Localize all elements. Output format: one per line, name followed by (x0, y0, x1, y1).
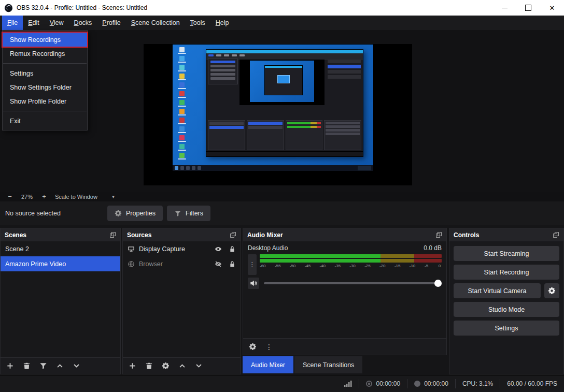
desktop-icon (176, 65, 188, 71)
move-scene-up-icon[interactable] (56, 362, 64, 370)
controls-dock-title: Controls (454, 231, 479, 239)
filters-button[interactable]: Filters (167, 206, 210, 221)
popout-icon[interactable] (435, 231, 442, 238)
remove-scene-icon[interactable] (23, 362, 31, 370)
remove-source-icon[interactable] (145, 362, 153, 370)
minimize-button[interactable] (492, 0, 516, 16)
desktop-icon (176, 144, 188, 151)
captured-window-titlebar (206, 50, 363, 53)
captured-taskbar (173, 165, 373, 171)
move-source-up-icon[interactable] (178, 362, 186, 370)
file-menu-show-settings-folder[interactable]: Show Settings Folder (3, 80, 87, 94)
menu-scene-collection[interactable]: Scene Collection (126, 16, 185, 30)
mixer-settings-gear-icon[interactable] (249, 343, 257, 351)
menu-file[interactable]: File (2, 16, 23, 30)
visibility-eye-off-icon[interactable] (215, 260, 222, 268)
menu-help[interactable]: Help (210, 16, 234, 30)
scenes-dock-header[interactable]: Scenes (1, 228, 120, 241)
properties-button[interactable]: Properties (107, 206, 163, 221)
captured-mixer-panel (286, 120, 323, 150)
studio-mode-button[interactable]: Studio Mode (454, 302, 559, 317)
visibility-eye-icon[interactable] (215, 245, 222, 253)
gear-icon (115, 210, 122, 217)
controls-dock-header[interactable]: Controls (449, 228, 563, 241)
scale-mode-caret-icon[interactable]: ▾ (112, 194, 115, 199)
captured-scenes-panel (208, 120, 245, 150)
menu-edit-label: Edit (28, 19, 39, 26)
scenes-dock-title: Scenes (5, 231, 26, 239)
menu-tools[interactable]: Tools (185, 16, 210, 30)
menu-separator (3, 63, 87, 64)
window-title: OBS 32.0.4 - Profile: Untitled - Scenes:… (17, 4, 147, 11)
popout-icon[interactable] (553, 231, 559, 238)
lock-icon[interactable] (229, 260, 236, 268)
menu-view[interactable]: View (45, 16, 69, 30)
scene-item-selected[interactable]: Amazon Prime Video (1, 256, 120, 271)
file-menu-exit[interactable]: Exit (3, 114, 87, 128)
virtual-camera-config-button[interactable] (544, 283, 559, 298)
start-streaming-button[interactable]: Start Streaming (454, 246, 559, 261)
mute-toggle-button[interactable] (248, 278, 259, 289)
menu-docks-label: Docks (74, 19, 92, 26)
popout-icon[interactable] (230, 231, 236, 238)
tab-scene-transitions[interactable]: Scene Transitions (294, 356, 362, 373)
zoom-level: 27% (16, 194, 38, 200)
lock-icon[interactable] (229, 245, 236, 253)
cpu-usage: CPU: 3.1% (456, 379, 500, 388)
file-menu-show-profile-folder[interactable]: Show Profile Folder (3, 94, 87, 108)
sources-dock-header[interactable]: Sources (123, 228, 241, 241)
scene-item[interactable]: Scene 2 (1, 241, 120, 256)
mixer-advanced-kebab-icon[interactable]: ⋮ (265, 343, 273, 351)
controls-dock: Controls Start Streaming Start Recording… (449, 228, 564, 374)
start-virtual-camera-button[interactable]: Start Virtual Camera (454, 283, 541, 298)
volume-slider[interactable] (264, 282, 442, 284)
file-menu-settings[interactable]: Settings (3, 66, 87, 80)
move-source-down-icon[interactable] (195, 362, 203, 370)
menu-profile[interactable]: Profile (97, 16, 125, 30)
zoom-in-button[interactable]: + (38, 193, 50, 200)
streaming-indicator-icon (414, 381, 420, 387)
tab-audio-mixer[interactable]: Audio Mixer (243, 356, 293, 373)
window-titlebar: OBS 32.0.4 - Profile: Untitled - Scenes:… (0, 0, 564, 16)
mixer-options-kebab-button[interactable]: ⋮ (248, 254, 257, 275)
maximize-button[interactable] (516, 0, 540, 16)
zoom-out-button[interactable]: − (4, 193, 16, 200)
window-controls: ✕ (492, 0, 564, 16)
source-properties-gear-icon[interactable] (162, 362, 170, 370)
file-menu-show-recordings[interactable]: Show Recordings (3, 33, 87, 47)
start-recording-button[interactable]: Start Recording (454, 265, 559, 280)
sources-dock: Sources Display Capture Browser (122, 228, 241, 374)
settings-button[interactable]: Settings (454, 321, 559, 336)
sources-toolbar (123, 357, 241, 374)
captured-inner-window (264, 65, 303, 95)
desktop-icon (176, 74, 188, 80)
scenes-dock: Scenes Scene 2 Amazon Prime Video (0, 228, 121, 374)
audio-mixer-dock: Audio Mixer Desktop Audio 0.0 dB ⋮ -60-5… (243, 228, 447, 355)
volume-slider-handle[interactable] (434, 280, 442, 287)
source-item-label: Browser (139, 260, 163, 268)
add-source-icon[interactable] (129, 362, 136, 370)
close-button[interactable]: ✕ (540, 0, 564, 16)
source-selection-status: No source selected (5, 210, 61, 217)
file-menu-remux-recordings[interactable]: Remux Recordings (3, 47, 87, 61)
menu-scene-collection-label: Scene Collection (131, 19, 180, 26)
display-capture-icon (128, 245, 135, 253)
menu-docks[interactable]: Docks (69, 16, 97, 30)
menu-edit[interactable]: Edit (23, 16, 45, 30)
source-item-browser[interactable]: Browser (123, 256, 241, 271)
speaker-icon (250, 280, 257, 287)
scene-filters-icon[interactable] (39, 362, 47, 370)
obs-logo-icon (4, 4, 13, 12)
source-item-display-capture[interactable]: Display Capture (123, 241, 241, 256)
file-menu-dropdown: Show Recordings Remux Recordings Setting… (2, 30, 88, 130)
move-scene-down-icon[interactable] (73, 362, 80, 370)
menu-bar: File Edit View Docks Profile Scene Colle… (0, 16, 564, 31)
preview-canvas[interactable] (144, 44, 412, 185)
add-scene-icon[interactable] (6, 362, 14, 370)
source-toolbar: No source selected Properties Filters (0, 201, 564, 225)
scale-mode-selector[interactable]: Scale to Window (55, 194, 97, 200)
streaming-time: 00:00:00 (424, 380, 448, 387)
dock-tabs: Audio Mixer Scene Transitions (243, 356, 362, 373)
audio-mixer-dock-header[interactable]: Audio Mixer (243, 228, 446, 241)
popout-icon[interactable] (109, 231, 116, 238)
